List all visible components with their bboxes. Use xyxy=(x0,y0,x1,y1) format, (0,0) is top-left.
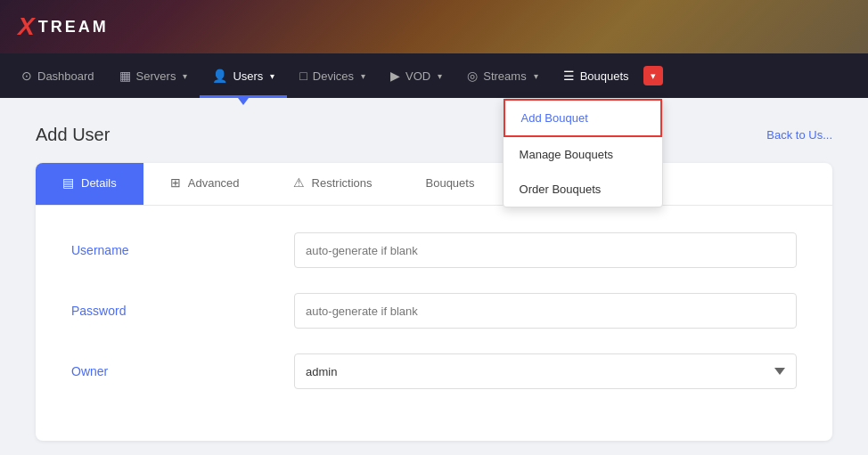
nav-label-users: Users xyxy=(233,69,263,83)
streams-icon: ◎ xyxy=(467,69,478,83)
tab-restrictions[interactable]: ⚠ Restrictions xyxy=(266,163,399,205)
tab-details-label: Details xyxy=(81,176,117,190)
password-input[interactable] xyxy=(294,293,797,329)
nav-label-bouquets: Bouquets xyxy=(580,69,629,83)
dropdown-item-order-bouquets[interactable]: Order Bouquets xyxy=(504,172,662,207)
tab-restrictions-label: Restrictions xyxy=(312,176,373,190)
tab-advanced-label: Advanced xyxy=(188,176,240,190)
sidebar-item-devices[interactable]: □ Devices ▾ xyxy=(287,53,378,98)
tab-bar: ▤ Details ⊞ Advanced ⚠ Restrictions Bouq… xyxy=(36,163,832,206)
nav-label-servers: Servers xyxy=(136,69,176,83)
owner-select[interactable]: admin xyxy=(294,353,797,389)
devices-chevron: ▾ xyxy=(361,71,365,81)
tab-bouquets[interactable]: Bouquets xyxy=(399,163,502,205)
back-link[interactable]: Back to Us... xyxy=(766,128,832,142)
bouquets-icon: ☰ xyxy=(563,69,575,83)
tab-details[interactable]: ▤ Details xyxy=(36,163,143,205)
users-icon: 👤 xyxy=(212,69,227,83)
sidebar-item-vod[interactable]: ▶ VOD ▾ xyxy=(378,53,454,98)
tab-bouquets-label: Bouquets xyxy=(426,176,475,190)
logo[interactable]: X TREAM xyxy=(18,12,109,41)
password-label: Password xyxy=(71,304,294,318)
users-active-arrow xyxy=(238,98,249,105)
header: X TREAM xyxy=(0,0,868,53)
main-content: Add User Back to Us... ▤ Details ⊞ Advan… xyxy=(0,98,868,455)
sidebar-item-bouquets[interactable]: ☰ Bouquets ▾ Add Bouquet Manage Bouquets… xyxy=(551,53,663,98)
owner-row: Owner admin xyxy=(71,353,797,389)
username-row: Username xyxy=(71,232,797,268)
advanced-tab-icon: ⊞ xyxy=(170,175,181,190)
sidebar-item-streams[interactable]: ◎ Streams ▾ xyxy=(454,53,550,98)
dashboard-icon: ⊙ xyxy=(21,69,32,83)
nav-label-dashboard: Dashboard xyxy=(37,69,94,83)
sidebar-item-users[interactable]: 👤 Users ▾ xyxy=(200,53,287,98)
username-input[interactable] xyxy=(294,232,797,268)
dropdown-item-add-bouquet[interactable]: Add Bouquet xyxy=(504,99,662,137)
owner-label: Owner xyxy=(71,364,294,378)
vod-icon: ▶ xyxy=(390,69,400,83)
main-card: ▤ Details ⊞ Advanced ⚠ Restrictions Bouq… xyxy=(36,163,832,441)
bouquets-dropdown-toggle[interactable]: ▾ xyxy=(643,66,663,85)
vod-chevron: ▾ xyxy=(438,71,442,81)
bouquets-nav-item[interactable]: ☰ Bouquets xyxy=(551,53,642,98)
sidebar-item-servers[interactable]: ▦ Servers ▾ xyxy=(107,53,201,98)
tab-advanced[interactable]: ⊞ Advanced xyxy=(143,163,266,205)
users-chevron: ▾ xyxy=(270,71,274,81)
servers-chevron: ▾ xyxy=(183,71,187,81)
bouquets-dropdown-menu: Add Bouquet Manage Bouquets Order Bouque… xyxy=(503,98,663,207)
password-row: Password xyxy=(71,293,797,329)
logo-x: X xyxy=(18,12,35,41)
nav: ⊙ Dashboard ▦ Servers ▾ 👤 Users ▾ □ Devi… xyxy=(0,53,868,98)
form-body: Username Password Owner admin xyxy=(36,206,832,441)
devices-icon: □ xyxy=(299,69,307,83)
logo-text: TREAM xyxy=(38,18,109,37)
streams-chevron: ▾ xyxy=(534,71,538,81)
page-title: Add User xyxy=(36,125,110,145)
nav-label-streams: Streams xyxy=(483,69,526,83)
sidebar-item-dashboard[interactable]: ⊙ Dashboard xyxy=(9,53,107,98)
restrictions-tab-icon: ⚠ xyxy=(293,175,305,190)
servers-icon: ▦ xyxy=(119,69,131,83)
username-label: Username xyxy=(71,243,294,257)
page-header: Add User Back to Us... xyxy=(36,125,832,145)
nav-label-devices: Devices xyxy=(313,69,354,83)
details-tab-icon: ▤ xyxy=(62,175,74,190)
nav-label-vod: VOD xyxy=(405,69,430,83)
dropdown-item-manage-bouquets[interactable]: Manage Bouquets xyxy=(504,137,662,172)
